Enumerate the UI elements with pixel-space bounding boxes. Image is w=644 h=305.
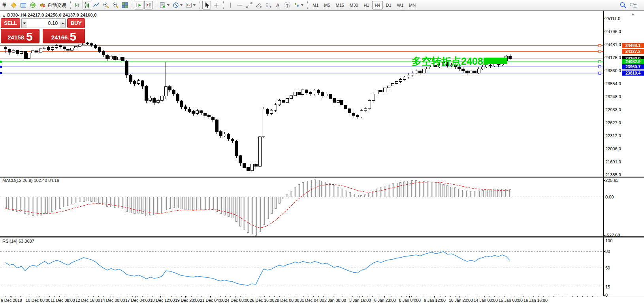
volume-decrease-button[interactable] xyxy=(22,19,27,28)
triangle-up-icon xyxy=(62,22,64,24)
chart-corner-arrow-icon[interactable]: ▲ xyxy=(631,12,635,16)
zoom-in-icon xyxy=(103,2,109,8)
timeframe-button-mn[interactable]: MN xyxy=(407,1,418,9)
price-tick-label: 23554.0 xyxy=(605,81,621,86)
trendline-tool-button[interactable] xyxy=(245,1,254,9)
clock-icon xyxy=(173,2,179,8)
line-right-handle[interactable] xyxy=(599,72,601,74)
zoom-out-icon xyxy=(112,2,119,8)
timeframe-button-m5[interactable]: M5 xyxy=(322,1,332,9)
timeframe-button-m15[interactable]: M15 xyxy=(333,1,346,9)
volume-increase-button[interactable] xyxy=(60,19,65,28)
chevron-down-icon xyxy=(193,4,196,6)
chevron-down-icon xyxy=(301,4,303,6)
indicators-button[interactable] xyxy=(158,1,171,9)
one-click-trading-panel: SELL BUY 24158.5 24166.5 xyxy=(1,18,85,43)
chevron-down-icon xyxy=(180,4,183,6)
time-axis-label: 14 Jan 00:00 xyxy=(474,298,498,303)
time-axis-label: 12 Dec 16:00 xyxy=(75,298,100,303)
indicators-icon xyxy=(160,2,166,8)
vertical-line-icon xyxy=(227,2,233,8)
market-watch-button[interactable] xyxy=(9,1,18,9)
toolbar-right-group xyxy=(618,1,643,9)
auto-scroll-icon xyxy=(136,2,142,8)
channel-tool-button[interactable]: E xyxy=(254,1,263,9)
text-tool-button[interactable]: A xyxy=(273,1,282,9)
rsi-tick-label: 100 xyxy=(605,238,612,243)
chart-window[interactable]: 25111.024796.024481.024175.023860.023554… xyxy=(0,11,644,305)
svg-text:E: E xyxy=(260,6,262,9)
autotrading-button[interactable]: 自动交易 xyxy=(38,1,68,9)
text-tool-icon: A xyxy=(276,2,279,8)
crosshair-icon xyxy=(213,2,219,8)
timeframe-button-d1[interactable]: D1 xyxy=(384,1,394,9)
chat-button[interactable] xyxy=(629,1,639,9)
toolbar-separator xyxy=(222,1,224,9)
chart-candles-button[interactable] xyxy=(83,1,91,9)
auto-scroll-button[interactable] xyxy=(135,1,143,9)
time-axis-label: 10 Dec 00:00 xyxy=(26,298,51,303)
chart-shift-button[interactable] xyxy=(144,1,153,9)
navigator-button[interactable] xyxy=(28,1,37,9)
buy-price-main: 24166 xyxy=(51,32,68,43)
chart-canvas[interactable]: 25111.024796.024481.024175.023860.023554… xyxy=(0,11,644,305)
timeframe-button-h4[interactable]: H4 xyxy=(372,1,382,9)
line-chart-icon xyxy=(93,2,100,8)
search-button[interactable] xyxy=(619,1,628,9)
timeframe-button-w1[interactable]: W1 xyxy=(395,1,406,9)
chevron-down-icon xyxy=(167,4,169,6)
sell-button[interactable]: SELL xyxy=(1,18,20,28)
line-left-handle[interactable] xyxy=(0,72,2,74)
timeframe-button-m30[interactable]: M30 xyxy=(347,1,360,9)
line-left-handle[interactable] xyxy=(0,61,2,63)
horizontal-line-tool-button[interactable] xyxy=(235,1,244,9)
price-badge-label: 24327.2 xyxy=(625,49,640,54)
time-axis-label: 18 Dec 12:00 xyxy=(150,298,175,303)
time-axis-label: 9 Jan 12:00 xyxy=(424,298,446,303)
crosshair-button[interactable] xyxy=(212,1,220,9)
fibonacci-tool-button[interactable]: F xyxy=(264,1,273,9)
zoom-in-button[interactable] xyxy=(102,1,110,9)
time-axis-label: 10 Jan 20:00 xyxy=(449,298,473,303)
line-right-handle[interactable] xyxy=(599,44,601,47)
horizontal-lines-layer xyxy=(0,44,603,74)
cursor-arrow-icon xyxy=(203,2,210,8)
text-label-tool-button[interactable]: T xyxy=(283,1,292,9)
sell-price-display[interactable]: 24158.5 xyxy=(1,29,40,43)
vertical-line-tool-button[interactable] xyxy=(226,1,235,9)
chart-line-button[interactable] xyxy=(92,1,101,9)
volume-input[interactable] xyxy=(27,19,60,28)
arrows-tool-button[interactable] xyxy=(292,1,305,9)
timeframe-button-h1[interactable]: H1 xyxy=(361,1,371,9)
rsi-indicator-label: RSI(14) 63.3687 xyxy=(2,239,34,243)
annotation-text[interactable]: 多空转折点24082 xyxy=(412,55,489,67)
zoom-out-button[interactable] xyxy=(111,1,120,9)
buy-price-display[interactable]: 24166.5 xyxy=(43,29,85,43)
line-right-handle[interactable] xyxy=(599,50,601,52)
trade-panel-expander-icon[interactable]: ▲ xyxy=(2,14,6,17)
line-right-handle[interactable] xyxy=(599,65,601,68)
price-badge-label: 23960.7 xyxy=(625,64,640,69)
price-tick-label: 22312.0 xyxy=(605,133,621,138)
data-window-button[interactable] xyxy=(19,1,28,9)
new-order-button[interactable]: 单 xyxy=(0,1,9,9)
macd-tick-label: 225.63 xyxy=(605,178,619,183)
autotrading-icon xyxy=(39,2,46,8)
line-right-handle[interactable] xyxy=(599,60,601,63)
chart-bars-button[interactable] xyxy=(73,1,82,9)
new-order-label: 单 xyxy=(2,2,7,9)
line-left-handle[interactable] xyxy=(0,66,2,68)
rsi-tick-label: 15 xyxy=(605,284,610,289)
time-axis-label: 28 Dec 00:00 xyxy=(275,298,299,303)
cursor-button[interactable] xyxy=(202,1,211,9)
periods-button[interactable] xyxy=(171,1,184,9)
time-axis-label: 19 Dec 20:00 xyxy=(175,298,200,303)
templates-button[interactable] xyxy=(185,1,197,9)
bar-chart-icon xyxy=(74,2,81,8)
time-axis-label: 6 Jan 23:00 xyxy=(374,298,396,303)
triangle-down-icon xyxy=(23,22,26,24)
time-axis-label: 17 Dec 04:00 xyxy=(125,298,150,303)
tile-windows-button[interactable] xyxy=(121,1,129,9)
buy-button[interactable]: BUY xyxy=(67,18,85,28)
timeframe-button-m1[interactable]: M1 xyxy=(310,1,321,9)
